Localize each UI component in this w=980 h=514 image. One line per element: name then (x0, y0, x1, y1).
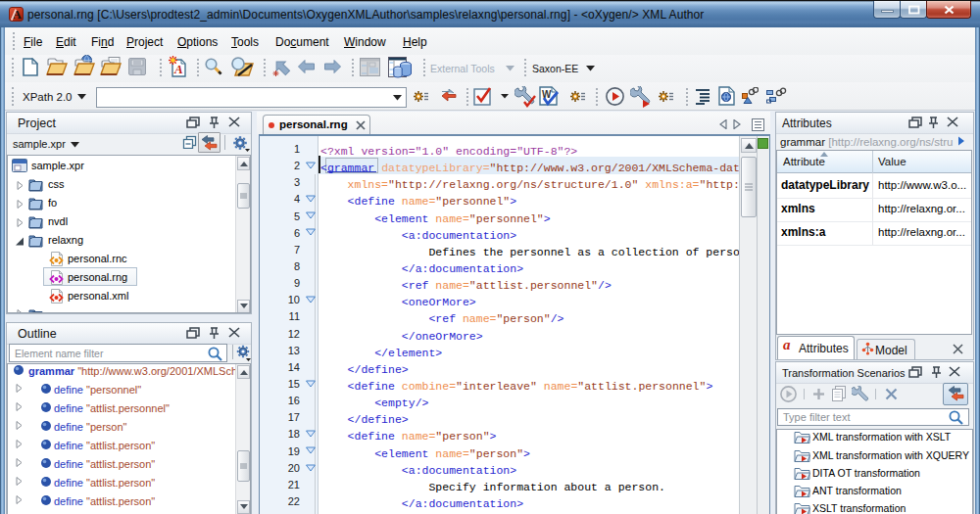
svg-text:A: A (173, 62, 183, 76)
